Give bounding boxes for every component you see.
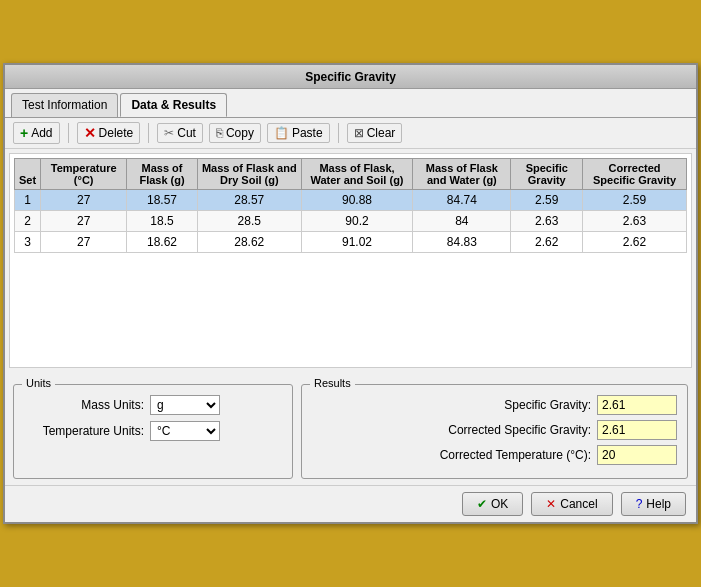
csg-result-row: Corrected Specific Gravity: <box>312 420 677 440</box>
clear-icon: ⊠ <box>354 126 364 140</box>
copy-button[interactable]: ⎘ Copy <box>209 123 261 143</box>
sg-result-label: Specific Gravity: <box>312 398 591 412</box>
help-icon: ? <box>636 497 643 511</box>
help-button[interactable]: ? Help <box>621 492 686 516</box>
data-table: Set Temperature (°C) Mass of Flask (g) M… <box>14 158 687 253</box>
col-temperature: Temperature (°C) <box>41 159 127 190</box>
ct-result-label: Corrected Temperature (°C): <box>312 448 591 462</box>
results-group-label: Results <box>310 377 355 389</box>
tab-data-results[interactable]: Data & Results <box>120 93 227 117</box>
units-group: Units Mass Units: g kg lbs Temperature U… <box>13 384 293 479</box>
main-window: Specific Gravity Test Information Data &… <box>3 63 698 524</box>
separator-3 <box>338 123 339 143</box>
table-row[interactable]: 22718.528.590.2842.632.63 <box>15 211 687 232</box>
col-set: Set <box>15 159 41 190</box>
delete-icon: ✕ <box>84 125 96 141</box>
ok-button[interactable]: ✔ OK <box>462 492 523 516</box>
mass-units-select[interactable]: g kg lbs <box>150 395 220 415</box>
units-group-label: Units <box>22 377 55 389</box>
clear-button[interactable]: ⊠ Clear <box>347 123 403 143</box>
ct-result-value[interactable] <box>597 445 677 465</box>
ok-icon: ✔ <box>477 497 487 511</box>
temp-units-label: Temperature Units: <box>24 424 144 438</box>
add-button[interactable]: + Add <box>13 122 60 144</box>
temp-units-row: Temperature Units: °C °F <box>24 421 282 441</box>
sg-result-value[interactable] <box>597 395 677 415</box>
data-table-area: Set Temperature (°C) Mass of Flask (g) M… <box>9 153 692 368</box>
table-row[interactable]: 12718.5728.5790.8884.742.592.59 <box>15 190 687 211</box>
scissors-icon: ✂ <box>164 126 174 140</box>
temp-units-select[interactable]: °C °F <box>150 421 220 441</box>
copy-icon: ⎘ <box>216 126 223 140</box>
tab-test-information[interactable]: Test Information <box>11 93 118 117</box>
col-mass-flask-dry: Mass of Flask and Dry Soil (g) <box>197 159 301 190</box>
paste-button[interactable]: 📋 Paste <box>267 123 330 143</box>
col-mass-flask-water-soil: Mass of Flask, Water and Soil (g) <box>301 159 412 190</box>
cancel-icon: ✕ <box>546 497 556 511</box>
button-bar: ✔ OK ✕ Cancel ? Help <box>5 485 696 522</box>
sg-result-row: Specific Gravity: <box>312 395 677 415</box>
mass-units-label: Mass Units: <box>24 398 144 412</box>
cancel-button[interactable]: ✕ Cancel <box>531 492 612 516</box>
csg-result-label: Corrected Specific Gravity: <box>312 423 591 437</box>
separator-1 <box>68 123 69 143</box>
col-csg: Corrected Specific Gravity <box>583 159 687 190</box>
col-sg: Specific Gravity <box>511 159 583 190</box>
col-mass-flask-water: Mass of Flask and Water (g) <box>413 159 511 190</box>
window-title: Specific Gravity <box>305 70 396 84</box>
toolbar: + Add ✕ Delete ✂ Cut ⎘ Copy 📋 Paste ⊠ Cl… <box>5 118 696 149</box>
title-bar: Specific Gravity <box>5 65 696 89</box>
mass-units-row: Mass Units: g kg lbs <box>24 395 282 415</box>
cut-button[interactable]: ✂ Cut <box>157 123 203 143</box>
ct-result-row: Corrected Temperature (°C): <box>312 445 677 465</box>
delete-button[interactable]: ✕ Delete <box>77 122 141 144</box>
table-row[interactable]: 32718.6228.6291.0284.832.622.62 <box>15 232 687 253</box>
paste-icon: 📋 <box>274 126 289 140</box>
results-group: Results Specific Gravity: Corrected Spec… <box>301 384 688 479</box>
col-mass-flask: Mass of Flask (g) <box>127 159 198 190</box>
add-icon: + <box>20 125 28 141</box>
separator-2 <box>148 123 149 143</box>
tab-bar: Test Information Data & Results <box>5 89 696 118</box>
csg-result-value[interactable] <box>597 420 677 440</box>
bottom-section: Units Mass Units: g kg lbs Temperature U… <box>5 372 696 485</box>
